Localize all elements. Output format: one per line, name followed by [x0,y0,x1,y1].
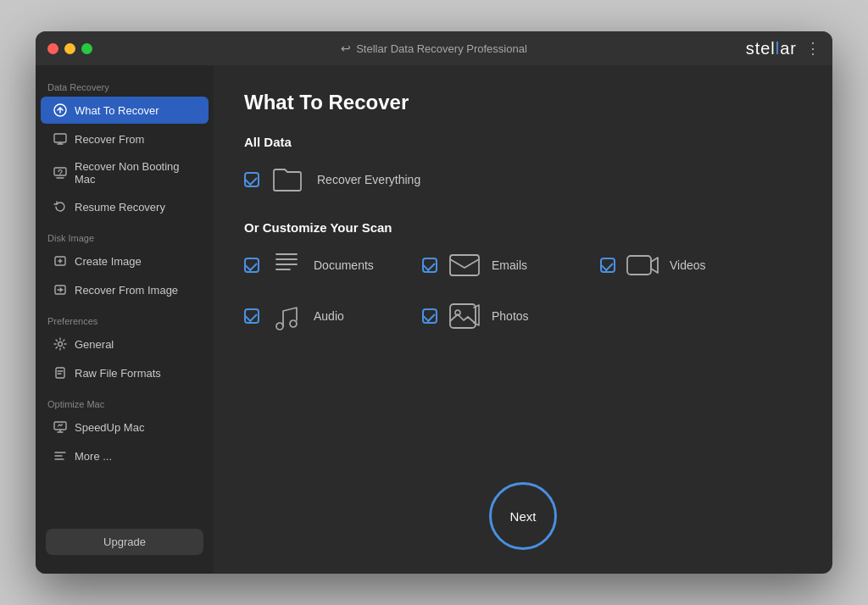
audio-item: Audio [244,299,380,333]
disk-create-icon [53,253,68,269]
app-body: Data Recovery What To Recover R [36,65,832,574]
sidebar-section-optimize-mac: Optimize Mac [36,392,214,413]
videos-item: Videos [600,248,736,282]
circle-arrow-icon [53,103,68,118]
traffic-lights [47,43,92,54]
sidebar-item-create-image[interactable]: Create Image [41,247,209,275]
next-button[interactable]: Next [489,482,557,550]
monitor-speed-icon [53,419,68,435]
minimize-button[interactable] [64,43,75,54]
lines-icon [53,448,68,463]
sidebar-item-label: General [75,338,114,351]
svg-rect-10 [627,256,651,275]
videos-icon [626,248,659,282]
upgrade-btn-wrap: Upgrade [36,520,214,563]
stellar-logo: stellar [746,39,797,58]
recover-everything-label: Recover Everything [317,173,420,186]
refresh-icon [53,199,68,214]
documents-label: Documents [314,258,374,272]
emails-icon [448,248,481,282]
close-button[interactable] [47,43,58,54]
svg-point-3 [59,174,60,175]
photos-item: Photos [422,299,558,333]
mac-recover-icon [53,165,68,180]
sidebar-item-label: SpeedUp Mac [75,421,144,434]
recover-everything-row: Recover Everything [244,163,802,197]
svg-point-12 [290,320,297,327]
photos-icon [448,299,481,333]
title-label: Stellar Data Recovery Professional [356,42,527,55]
monitor-icon [53,131,68,147]
main-content: What To Recover All Data Recover Everyth… [214,65,832,574]
sidebar-item-label: Recover From Image [75,284,178,297]
sidebar-section-preferences: Preferences [36,309,214,330]
sidebar-item-label: Raw File Formats [75,367,161,380]
grid-row-2: Audio Photos [244,299,802,333]
svg-rect-1 [54,134,66,142]
sidebar-section-data-recovery: Data Recovery [36,75,214,96]
documents-item: Documents [244,248,380,282]
audio-label: Audio [314,309,344,323]
sidebar-item-label: What To Recover [75,104,159,117]
disk-recover-icon [53,282,68,297]
sidebar-item-resume-recovery[interactable]: Resume Recovery [41,193,209,220]
recover-everything-checkbox[interactable] [244,172,259,187]
sidebar-section-disk-image: Disk Image [36,226,214,247]
window-title: ↩ Stellar Data Recovery Professional [341,42,527,55]
photos-label: Photos [492,309,529,323]
sidebar-item-what-to-recover[interactable]: What To Recover [41,97,209,124]
videos-checkbox[interactable] [600,258,615,273]
sidebar-item-label: Recover Non Booting Mac [75,160,197,186]
sidebar-item-speedup-mac[interactable]: SpeedUp Mac [41,414,209,441]
audio-icon [270,299,303,333]
svg-rect-8 [54,422,66,430]
documents-icon [270,248,303,282]
photos-checkbox[interactable] [422,308,437,324]
menu-button[interactable]: ⋮ [805,39,821,58]
sidebar: Data Recovery What To Recover R [36,65,214,574]
documents-checkbox[interactable] [244,258,259,273]
sidebar-item-raw-file-formats[interactable]: Raw File Formats [41,359,209,386]
sidebar-item-recover-from-image[interactable]: Recover From Image [41,276,209,303]
emails-item: Emails [422,248,558,282]
sidebar-item-label: Create Image [75,255,142,268]
audio-checkbox[interactable] [244,308,259,324]
upgrade-button[interactable]: Upgrade [46,529,203,555]
titlebar-right: stellar ⋮ [746,39,821,58]
emails-checkbox[interactable] [422,258,437,273]
page-title: What To Recover [244,91,802,114]
sidebar-item-label: More ... [75,450,112,463]
app-window: ↩ Stellar Data Recovery Professional ste… [36,31,832,574]
svg-rect-13 [450,304,476,328]
sidebar-item-recover-from[interactable]: Recover From [41,125,209,153]
customize-label: Or Customize Your Scan [244,220,802,235]
back-icon: ↩ [341,42,351,55]
sidebar-item-recover-non-booting[interactable]: Recover Non Booting Mac [41,154,209,191]
sidebar-item-more[interactable]: More ... [41,442,209,469]
file-list-icon [53,365,68,380]
svg-rect-9 [450,255,479,275]
maximize-button[interactable] [81,43,92,54]
svg-rect-7 [56,368,64,378]
svg-point-6 [58,342,63,347]
grid-row-1: Documents Emails [244,248,802,282]
next-button-container: Next [489,482,557,550]
folder-icon [271,163,305,197]
svg-point-11 [276,323,283,330]
titlebar: ↩ Stellar Data Recovery Professional ste… [36,31,832,65]
emails-label: Emails [492,258,527,272]
all-data-label: All Data [244,135,802,149]
sidebar-item-general[interactable]: General [41,330,209,358]
sidebar-item-label: Recover From [75,133,144,146]
gear-icon [53,336,68,352]
videos-label: Videos [670,258,706,272]
sidebar-item-label: Resume Recovery [75,201,165,214]
